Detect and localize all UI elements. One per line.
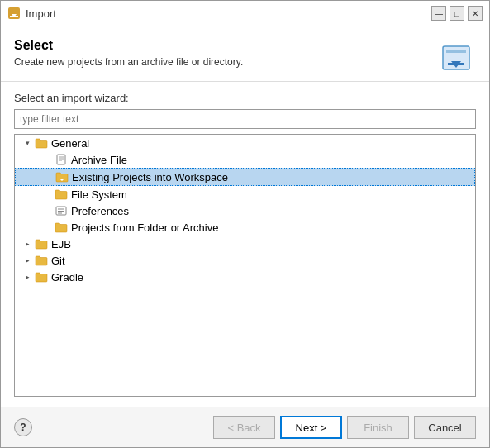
import-dialog: Import — □ ✕ Select Create new projects … xyxy=(0,0,490,448)
svg-rect-6 xyxy=(448,63,464,65)
ejb-label: EJB xyxy=(51,238,71,250)
chevron-ejb: ▸ xyxy=(21,238,33,250)
git-label: Git xyxy=(51,255,65,267)
filter-input[interactable] xyxy=(14,109,476,129)
chevron-gradle: ▸ xyxy=(21,271,33,283)
gradle-label: Gradle xyxy=(51,271,83,284)
tree-item-gradle[interactable]: ▸ Gradle xyxy=(15,269,475,285)
archive-file-label: Archive File xyxy=(71,154,127,166)
maximize-button[interactable]: □ xyxy=(450,6,464,21)
tree-item-ejb[interactable]: ▸ EJB xyxy=(15,236,475,252)
tree-item-git[interactable]: ▸ Git xyxy=(15,252,475,269)
preferences-label: Preferences xyxy=(71,205,129,217)
header-import-icon xyxy=(436,40,476,73)
file-system-icon xyxy=(55,188,68,201)
next-button[interactable]: Next > xyxy=(280,416,342,439)
back-button[interactable]: < Back xyxy=(213,416,275,439)
file-system-label: File System xyxy=(71,188,127,201)
header-description: Create new projects from an archive file… xyxy=(14,56,243,68)
chevron-git: ▸ xyxy=(21,255,33,266)
tree-item-projects-folder[interactable]: ▸ Projects from Folder or Archive xyxy=(15,219,475,236)
chevron-general: ▾ xyxy=(21,137,33,149)
projects-folder-icon xyxy=(55,221,68,234)
filter-label: Select an import wizard: xyxy=(14,92,476,104)
svg-rect-2 xyxy=(10,16,18,17)
folder-gradle-icon xyxy=(35,270,48,284)
tree-item-general[interactable]: ▾ General xyxy=(15,135,475,151)
existing-projects-label: Existing Projects into Workspace xyxy=(72,171,228,183)
title-bar-controls: — □ ✕ xyxy=(431,6,483,21)
import-title-icon xyxy=(7,7,21,20)
title-text: Import xyxy=(26,7,56,20)
finish-button[interactable]: Finish xyxy=(347,416,409,439)
header-text: Select Create new projects from an archi… xyxy=(14,38,243,68)
footer-left: ? xyxy=(14,418,32,436)
close-button[interactable]: ✕ xyxy=(468,6,483,21)
cancel-button[interactable]: Cancel xyxy=(414,416,476,439)
title-bar: Import — □ ✕ xyxy=(1,1,489,26)
header-section: Select Create new projects from an archi… xyxy=(1,26,489,82)
tree-item-preferences[interactable]: ▸ Preferences xyxy=(15,203,475,219)
tree-item-file-system[interactable]: ▸ File System xyxy=(15,186,475,203)
footer: ? < Back Next > Finish Cancel xyxy=(1,407,489,447)
footer-buttons: < Back Next > Finish Cancel xyxy=(213,416,476,439)
header-title: Select xyxy=(14,38,243,53)
folder-git-icon xyxy=(35,254,48,267)
tree-item-archive-file[interactable]: ▸ Archive File xyxy=(15,151,475,168)
tree-item-existing-projects[interactable]: ▸ Existing Projects into Workspace xyxy=(15,168,475,186)
folder-ejb-icon xyxy=(35,237,48,250)
content: Select an import wizard: ▾ General ▸ xyxy=(1,82,489,407)
preferences-icon xyxy=(55,204,68,217)
existing-projects-icon xyxy=(55,170,69,183)
title-bar-left: Import xyxy=(7,7,56,20)
minimize-button[interactable]: — xyxy=(431,6,446,21)
archive-file-icon xyxy=(55,153,68,166)
projects-folder-label: Projects from Folder or Archive xyxy=(71,222,218,234)
general-label: General xyxy=(51,137,89,150)
help-button[interactable]: ? xyxy=(14,418,32,436)
tree-container[interactable]: ▾ General ▸ xyxy=(14,134,476,397)
folder-general-icon xyxy=(35,136,48,150)
svg-rect-7 xyxy=(57,155,65,164)
